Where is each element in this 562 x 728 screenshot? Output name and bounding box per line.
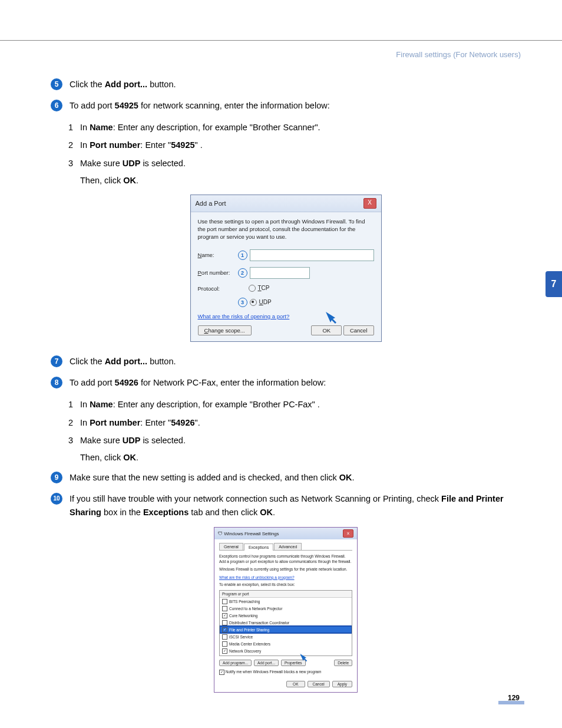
checkbox-icon[interactable]: ✓ (222, 613, 227, 618)
text-bold: OK (339, 473, 352, 482)
checkbox-icon[interactable] (222, 634, 227, 640)
close-icon[interactable]: X (363, 198, 376, 209)
text: Then, click (80, 176, 123, 185)
checkbox-icon[interactable] (222, 599, 227, 604)
checkbox-icon[interactable] (222, 620, 227, 625)
text-bold: OK (123, 453, 136, 462)
step-bullet: 9 (51, 472, 62, 483)
risks-link[interactable]: What are the risks of unblocking a progr… (219, 575, 295, 579)
text: . (136, 453, 138, 462)
text: To enable an exception, select its check… (219, 582, 352, 587)
text: button. (147, 80, 176, 89)
text: To add port (70, 378, 115, 387)
text: box in the (101, 508, 143, 517)
add-port-dialog: Add a PortX Use these settings to open a… (190, 195, 382, 342)
tab-exceptions[interactable]: Exceptions (244, 543, 273, 551)
tabs: General Exceptions Advanced (219, 543, 352, 551)
chapter-tab: 7 (546, 271, 562, 297)
text: tab and then click (189, 508, 260, 517)
tcp-radio[interactable] (249, 285, 256, 292)
then-text: Then, click OK. (80, 450, 521, 465)
text-bold: Add port... (105, 80, 148, 89)
apply-button[interactable]: Apply (332, 681, 352, 687)
name-input[interactable] (250, 249, 374, 261)
text: If you still have trouble with your netw… (70, 494, 441, 503)
text-bold: 54925 (171, 140, 194, 150)
list-item[interactable]: Media Center Extenders (220, 640, 352, 647)
list-item[interactable]: ✓File and Printer Sharing (220, 626, 352, 633)
substep: 1In Name: Enter any description, for exa… (68, 120, 521, 135)
checkbox-icon[interactable]: ✓ (222, 627, 227, 633)
substep: 3Make sure UDP is selected. (68, 433, 521, 448)
add-port-button[interactable]: Add port... (254, 660, 279, 666)
dialog-title: Add a Port (196, 200, 226, 207)
text: Make sure (80, 159, 123, 168)
step-6: 6 To add port 54925 for network scanning… (51, 99, 521, 113)
tab-advanced[interactable]: Advanced (274, 543, 302, 550)
text: for Network PC-Fax, enter the informatio… (138, 378, 326, 387)
step-5: 5 Click the Add port... button. (51, 78, 521, 92)
text: : Enter any description, for example "Br… (113, 123, 320, 132)
cancel-button[interactable]: Cancel (308, 681, 330, 687)
callout-1: 1 (238, 251, 247, 260)
add-program-button[interactable]: Add program... (219, 660, 252, 666)
checkbox-icon[interactable] (222, 641, 227, 647)
dialog-description: Use these settings to open a port throug… (198, 218, 374, 241)
port-input[interactable] (250, 267, 310, 279)
list-item[interactable]: iSCSI Service (220, 633, 352, 640)
tab-general[interactable]: General (219, 543, 243, 550)
udp-radio[interactable] (250, 299, 257, 306)
text-bold: 54926 (115, 378, 138, 387)
substep-num: 1 (68, 120, 80, 135)
step-8: 8 To add port 54926 for Network PC-Fax, … (51, 376, 521, 390)
substep: 1In Name: Enter any description, for exa… (68, 397, 521, 412)
callout-3: 3 (238, 298, 247, 307)
text: In (80, 418, 90, 427)
text: Exceptions control how programs communic… (219, 554, 352, 564)
then-text: Then, click OK. (80, 173, 521, 188)
text: Make sure (80, 436, 123, 445)
text: . (136, 176, 138, 185)
list-header: Program or port (220, 591, 352, 598)
list-item[interactable]: Connect to a Network Projector (220, 605, 352, 612)
text-bold: 54926 (171, 418, 194, 427)
substep-num: 2 (68, 138, 80, 153)
text-bold: Name (90, 400, 113, 409)
text: : Enter " (140, 140, 171, 150)
checkbox-icon[interactable] (222, 606, 227, 611)
text: In (80, 140, 90, 150)
change-scope-button[interactable]: Change scope... (198, 325, 252, 335)
risks-link[interactable]: What are the risks of opening a port? (198, 313, 290, 319)
text: Windows Firewall is currently using sett… (219, 567, 352, 572)
text: : Enter any description, for example "Br… (113, 400, 320, 409)
cancel-button[interactable]: Cancel (343, 325, 374, 335)
list-item[interactable]: ✓Core Networking (220, 612, 352, 619)
text: is selected. (140, 436, 186, 445)
step-bullet: 5 (51, 78, 62, 90)
name-label: Name: (198, 252, 238, 258)
text: Then, click (80, 453, 123, 462)
text-bold: 54925 (115, 101, 138, 110)
list-item[interactable]: Distributed Transaction Coordinator (220, 619, 352, 626)
close-icon[interactable]: x (343, 529, 353, 538)
text: . (273, 508, 275, 517)
text-bold: Port number (90, 140, 140, 150)
notify-checkbox[interactable]: ✓ Notify me when Windows Firewall blocks… (219, 670, 352, 675)
list-item[interactable]: Remote Administration (220, 654, 352, 656)
text: Click the (70, 80, 105, 89)
exceptions-list[interactable]: Program or port BITS PeercachingConnect … (219, 590, 352, 656)
checkbox-icon[interactable]: ✓ (222, 648, 227, 654)
ok-button[interactable]: OK (311, 325, 342, 335)
list-item[interactable]: BITS Peercaching (220, 598, 352, 605)
checkbox-icon[interactable] (222, 655, 227, 657)
text-bold: OK (260, 508, 273, 517)
text: is selected. (140, 159, 186, 168)
text: Click the (70, 357, 105, 366)
ok-button[interactable]: OK (286, 681, 305, 687)
text: ". (195, 418, 200, 427)
text-bold: Name (90, 123, 113, 132)
text-bold: UDP (123, 159, 141, 168)
step-9: 9 Make sure that the new setting is adde… (51, 471, 521, 485)
delete-button[interactable]: Delete (334, 660, 352, 666)
list-item[interactable]: ✓Network Discovery (220, 647, 352, 654)
